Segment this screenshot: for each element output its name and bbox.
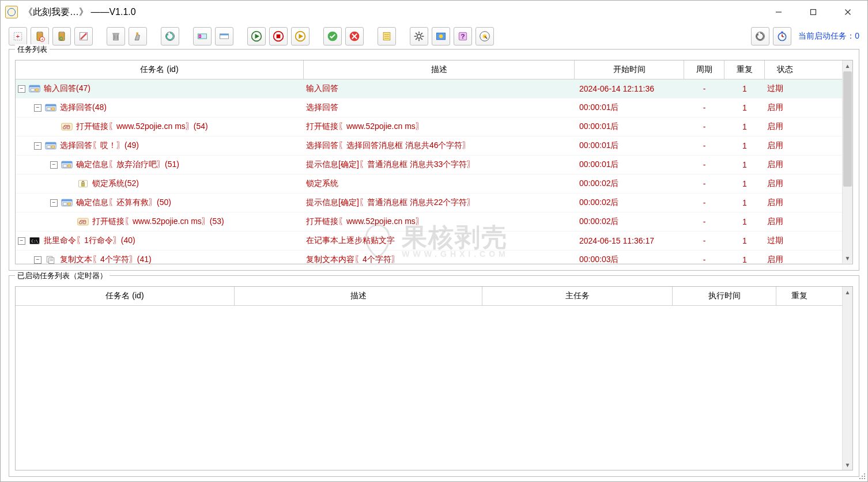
row-name: 打开链接〖www.52pojie.cn ms〗(54) xyxy=(76,122,208,132)
svg-marker-26 xyxy=(255,34,260,39)
tree-toggle[interactable]: − xyxy=(18,237,25,245)
tree-toggle[interactable]: − xyxy=(34,142,41,150)
tool-options-2-button[interactable] xyxy=(215,27,233,45)
row-cycle: - xyxy=(684,141,724,150)
svg-rect-97 xyxy=(859,478,861,479)
svg-rect-63 xyxy=(36,89,39,91)
maximize-button[interactable] xyxy=(796,1,831,24)
row-name: 复制文本〖4个字符〗(41) xyxy=(60,255,152,264)
tool-stop-button[interactable] xyxy=(269,27,288,45)
col-cycle[interactable]: 周期 xyxy=(684,60,724,79)
col-status[interactable]: 状态 xyxy=(765,60,805,79)
tool-play-alt-button[interactable] xyxy=(291,27,310,45)
table-row[interactable]: −输入回答(47)输入回答2024-06-14 12:11:36-1过期 xyxy=(16,79,842,98)
tool-delete-button[interactable] xyxy=(107,27,125,45)
table-row[interactable]: −确定信息〖放弃治疗吧〗(51)提示信息[确定]〖普通消息框 消息共33个字符〗… xyxy=(16,155,842,174)
svg-rect-1 xyxy=(811,10,816,15)
svg-text:+: + xyxy=(41,37,43,41)
row-name: 确定信息〖还算有救〗(50) xyxy=(76,198,171,208)
tool-refresh-button[interactable] xyxy=(161,27,179,45)
table-row[interactable]: −选择回答(48)选择回答00:00:01后-1启用 xyxy=(16,98,842,117)
scroll-down-icon[interactable]: ▼ xyxy=(843,460,852,470)
row-desc: 锁定系统 xyxy=(304,179,575,189)
running-scrollbar[interactable]: ▲ ▼ xyxy=(842,287,852,470)
row-desc: 复制文本内容〖4个字符〗 xyxy=(304,255,575,264)
form-icon xyxy=(61,160,73,169)
svg-rect-99 xyxy=(864,478,865,479)
row-repeat: 1 xyxy=(724,84,765,93)
svg-rect-77 xyxy=(63,165,67,167)
table-row[interactable]: −C:\_批里命令〖1行命令〗(40)在记事本上逐步粘贴文字2024-06-15… xyxy=(16,231,842,251)
tasks-scrollbar[interactable]: ▲ ▼ xyxy=(842,60,852,263)
row-start: 00:00:02后 xyxy=(575,217,684,227)
svg-point-39 xyxy=(417,35,421,39)
scroll-thumb[interactable] xyxy=(843,71,852,187)
tool-help-button[interactable]: ? xyxy=(454,27,472,45)
tool-notes-button[interactable] xyxy=(378,27,396,45)
svg-rect-59 xyxy=(782,32,783,33)
rcol-main[interactable]: 主任务 xyxy=(482,287,673,305)
rcol-repeat[interactable]: 重复 xyxy=(776,287,822,305)
scroll-down-icon[interactable]: ▼ xyxy=(843,253,852,263)
row-start: 00:00:02后 xyxy=(575,198,684,208)
rcol-name[interactable]: 任务名 (id) xyxy=(16,287,235,305)
tasks-rows[interactable]: −输入回答(47)输入回答2024-06-14 12:11:36-1过期−选择回… xyxy=(16,79,842,264)
scroll-up-icon[interactable]: ▲ xyxy=(843,60,852,71)
svg-rect-18 xyxy=(137,32,138,35)
col-name[interactable]: 任务名 (id) xyxy=(16,60,304,79)
tool-options-1-button[interactable] xyxy=(193,27,212,45)
tool-cancel-button[interactable] xyxy=(345,27,364,45)
svg-rect-28 xyxy=(277,35,281,39)
resize-grip-icon[interactable] xyxy=(858,472,866,480)
table-row[interactable]: −确定信息〖还算有救〗(50)提示信息[确定]〖普通消息框 消息共22个字符〗0… xyxy=(16,193,842,212)
row-status: 启用 xyxy=(765,160,805,170)
table-row[interactable]: 锁定系统(52)锁定系统00:00:02后-1启用 xyxy=(16,174,842,193)
tool-paste-add-button[interactable]: + xyxy=(31,27,49,45)
tool-new-task-button[interactable]: + xyxy=(9,27,27,45)
row-cycle: - xyxy=(684,122,724,131)
table-row[interactable]: −复制文本〖4个字符〗(41)复制文本内容〖4个字符〗00:00:03后-1启用 xyxy=(16,251,842,264)
minimize-button[interactable] xyxy=(761,1,796,24)
svg-rect-11 xyxy=(61,32,63,33)
tool-clear-button[interactable] xyxy=(129,27,147,45)
tool-color-button[interactable] xyxy=(432,27,450,45)
scroll-up-icon[interactable]: ▲ xyxy=(843,287,852,297)
close-button[interactable] xyxy=(831,1,865,24)
col-desc[interactable]: 描述 xyxy=(304,60,575,79)
svg-line-47 xyxy=(421,33,422,35)
svg-rect-98 xyxy=(862,478,863,479)
tool-exit-button[interactable] xyxy=(475,27,494,45)
svg-rect-80 xyxy=(82,183,85,186)
link-icon xyxy=(61,122,73,131)
tool-history-button[interactable] xyxy=(751,27,769,45)
rcol-desc[interactable]: 描述 xyxy=(235,287,482,305)
tool-ok-button[interactable] xyxy=(323,27,342,45)
col-start[interactable]: 开始时间 xyxy=(575,60,684,79)
tasks-listview: 任务名 (id) 描述 开始时间 周期 重复 状态 −输入回答(47)输入回答2… xyxy=(15,60,853,264)
svg-rect-76 xyxy=(62,161,72,163)
tool-timer-button[interactable] xyxy=(773,27,791,45)
tool-settings-button[interactable] xyxy=(410,27,428,45)
tree-toggle[interactable]: − xyxy=(18,85,25,93)
rcol-time[interactable]: 执行时间 xyxy=(673,287,776,305)
table-row[interactable]: 打开链接〖www.52pojie.cn ms〗(53)打开链接〖www.52po… xyxy=(16,212,842,231)
col-repeat[interactable]: 重复 xyxy=(724,60,765,79)
tree-toggle[interactable]: − xyxy=(50,161,58,169)
row-status: 启用 xyxy=(765,179,805,189)
table-row[interactable]: 打开链接〖www.52pojie.cn ms〗(54)打开链接〖www.52po… xyxy=(16,117,842,136)
tool-edit-button[interactable] xyxy=(74,27,93,45)
tool-paste-refresh-button[interactable] xyxy=(52,27,71,45)
tree-toggle[interactable]: − xyxy=(50,199,58,207)
tasks-legend: 任务列表 xyxy=(15,44,50,55)
row-cycle: - xyxy=(684,103,724,112)
table-row[interactable]: −选择回答〖哎！〗(49)选择回答〖选择回答消息框 消息共46个字符〗00:00… xyxy=(16,136,842,155)
row-status: 启用 xyxy=(765,103,805,113)
svg-rect-96 xyxy=(864,476,865,477)
tree-toggle[interactable]: − xyxy=(34,256,41,264)
tree-toggle[interactable]: − xyxy=(34,104,41,112)
tool-play-button[interactable] xyxy=(247,27,266,45)
svg-rect-62 xyxy=(31,89,35,91)
row-name: 确定信息〖放弃治疗吧〗(51) xyxy=(76,160,179,170)
svg-line-46 xyxy=(416,38,417,40)
svg-rect-84 xyxy=(68,203,71,205)
